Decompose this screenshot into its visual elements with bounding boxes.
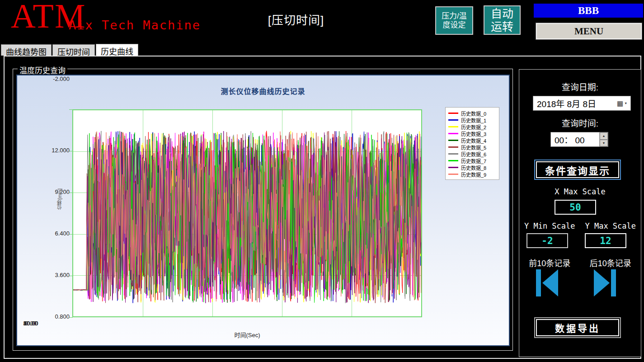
- auto-run-label-line2: 运转: [491, 20, 513, 33]
- legend-item: 历史数据_4: [448, 137, 496, 144]
- legend-item: 历史数据_3: [448, 130, 496, 137]
- date-picker[interactable]: 2018年 8月 8日: [533, 96, 631, 111]
- query-sidebar: 查询日期: 2018年 8月 8日 查询时间: 00： 00 条件查询显示 X …: [519, 69, 641, 357]
- legend-item: 历史数据_2: [448, 123, 496, 130]
- y-tick-label: 3.600: [34, 272, 70, 278]
- pressure-temp-settings-button[interactable]: 压力/温 度设定: [435, 6, 473, 35]
- legend-color-swatch: [448, 133, 458, 134]
- query-time-label: 查询时间:: [519, 117, 641, 129]
- query-date-label: 查询日期:: [519, 80, 641, 93]
- prev-records-label: 前10条记录: [519, 257, 580, 268]
- prev-records-button[interactable]: [536, 268, 559, 297]
- legend-color-swatch: [448, 160, 458, 161]
- time-input-value: 00： 00: [551, 133, 599, 146]
- legend-item: 历史数据_8: [448, 164, 496, 171]
- legend-color-swatch: [448, 153, 458, 155]
- y-tick-mark: [69, 317, 73, 318]
- legend-color-swatch: [448, 174, 458, 175]
- spinner-up-icon[interactable]: [600, 132, 608, 140]
- y-tick-label: 6.400: [34, 230, 70, 237]
- status-banner: BBB: [534, 4, 643, 18]
- y-min-scale-label: Y Min Scale: [519, 221, 580, 230]
- hmi-root: ATM Aix Tech Machine [压切时间] 压力/温 度设定 自动 …: [0, 0, 644, 362]
- data-export-button[interactable]: 数据导出: [534, 317, 621, 338]
- y-scale-labels: Y Min Scale Y Max Scale: [519, 221, 641, 230]
- plot-canvas: [73, 110, 421, 316]
- legend-color-swatch: [448, 126, 458, 127]
- legend-color-swatch: [448, 140, 458, 141]
- legend-color-swatch: [448, 167, 458, 168]
- tab-history-curve[interactable]: 历史曲线: [96, 44, 138, 56]
- legend-item: 历史数据_5: [448, 144, 496, 150]
- time-spinner: [599, 132, 608, 146]
- chart-title: 测长仪位移曲线历史记录: [17, 85, 509, 96]
- legend-item: 历史数据_6: [448, 150, 496, 157]
- pressure-temp-label-line2: 度设定: [443, 21, 466, 30]
- time-input[interactable]: 00： 00: [550, 132, 608, 147]
- legend-item: 历史数据_1: [448, 117, 496, 123]
- tab-bar: 曲线趋势图 压切时间 历史曲线: [1, 44, 139, 56]
- x-axis-label: 时间(Sec): [72, 330, 422, 339]
- y-max-scale-label: Y Max Scale: [580, 221, 641, 230]
- tab-curve-trend[interactable]: 曲线趋势图: [1, 44, 52, 56]
- legend-color-swatch: [448, 113, 458, 114]
- legend-item: 历史数据_0: [448, 110, 496, 117]
- x-max-scale-label: X Max Scale: [519, 187, 641, 196]
- auto-run-button[interactable]: 自动 运转: [484, 5, 521, 35]
- spinner-down-icon[interactable]: [600, 140, 608, 147]
- y-tick-label: 0.800: [34, 313, 70, 320]
- pressure-temp-label-line1: 压力/温: [442, 12, 467, 21]
- next-records-button[interactable]: [593, 268, 616, 297]
- next-records-label: 后10条记录: [580, 257, 641, 268]
- legend-item: 历史数据_7: [448, 157, 496, 164]
- y-max-scale-input[interactable]: 12: [585, 233, 626, 248]
- menu-button[interactable]: MENU: [536, 23, 642, 39]
- y-axis-label: 位移[mm]: [56, 188, 63, 209]
- y-min-scale-input[interactable]: -2: [526, 233, 568, 248]
- chart-legend: 历史数据_0 历史数据_1 历史数据_2 历史数据_3 历史数据_4 历史数据_…: [445, 107, 499, 180]
- auto-run-label-line1: 自动: [491, 7, 513, 20]
- history-chart: 测长仪位移曲线历史记录 12.000 9.200 6.400 3.600 0.8…: [16, 75, 510, 346]
- logo-subtitle: Aix Tech Machine: [69, 18, 201, 32]
- plot-area: [72, 109, 422, 317]
- skip-back-icon: [536, 268, 559, 297]
- groupbox-title: 温度历史查询: [18, 64, 67, 75]
- legend-color-swatch: [448, 146, 458, 148]
- y-tick-label: -2.000: [34, 75, 70, 82]
- y-tick-label: 9.200: [34, 188, 70, 195]
- record-nav-labels: 前10条记录 后10条记录: [519, 257, 641, 268]
- legend-color-swatch: [448, 119, 458, 121]
- conditional-query-label: 条件查询显示: [536, 161, 619, 178]
- data-export-label: 数据导出: [536, 319, 619, 336]
- y-tick-label: 12.000: [34, 147, 70, 154]
- x-max-scale-input[interactable]: 50: [555, 200, 596, 215]
- calendar-dropdown-icon[interactable]: [617, 99, 630, 108]
- skip-forward-icon: [593, 268, 616, 297]
- conditional-query-button[interactable]: 条件查询显示: [534, 160, 621, 180]
- page-title: [压切时间]: [221, 11, 371, 28]
- x-tick-label: 50.00: [17, 320, 44, 327]
- date-picker-value: 2018年 8月 8日: [533, 97, 617, 109]
- tab-press-cut-time[interactable]: 压切时间: [52, 44, 95, 56]
- legend-item: 历史数据_9: [448, 171, 496, 178]
